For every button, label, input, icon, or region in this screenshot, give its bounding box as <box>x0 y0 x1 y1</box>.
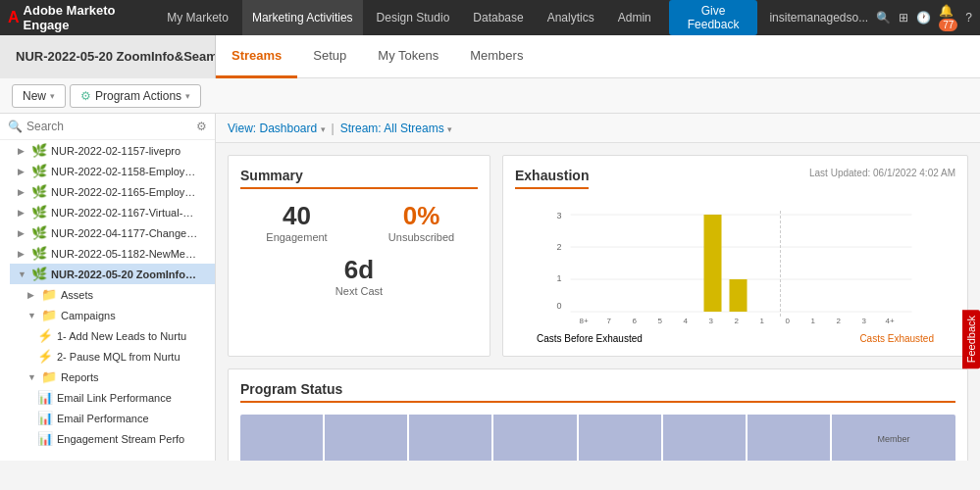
sidebar-item-engagement-stream[interactable]: 📊 Engagement Stream Perfo <box>29 428 215 449</box>
sidebar-item-nur-1165[interactable]: ▶ 🌿 NUR-2022-02-1165-Employee-Se <box>10 181 215 202</box>
status-segment-0 <box>240 415 323 461</box>
svg-rect-13 <box>704 215 722 312</box>
status-segment-4 <box>579 415 661 461</box>
exhaustion-card: Exhaustion Last Updated: 06/1/2022 4:02 … <box>502 155 968 357</box>
sidebar-item-nur-livepro[interactable]: ▶ 🌿 NUR-2022-02-1157-livepro <box>10 140 215 161</box>
tab-my-tokens[interactable]: My Tokens <box>362 35 454 78</box>
breadcrumb-stream[interactable]: Stream: All Streams ▾ <box>340 122 452 135</box>
exhaustion-header: Exhaustion Last Updated: 06/1/2022 4:02 … <box>515 168 955 197</box>
next-cast-value: 6d <box>240 255 478 285</box>
sidebar-item-nur-zoominfo[interactable]: ▼ 🌿 NUR-2022-05-20 ZoomInfo&Sea <box>10 264 215 284</box>
last-updated: Last Updated: 06/1/2022 4:02 AM <box>809 168 955 178</box>
program-status-title: Program Status <box>240 381 955 403</box>
search-input[interactable] <box>26 120 192 133</box>
main-layout: 🔍 ⚙ ▶ 🌿 NUR-2022-02-1157-livepro ▶ 🌿 NUR… <box>0 114 980 461</box>
content-area: View: Dashboard ▾ | Stream: All Streams … <box>216 114 980 461</box>
sidebar: 🔍 ⚙ ▶ 🌿 NUR-2022-02-1157-livepro ▶ 🌿 NUR… <box>0 114 216 461</box>
exhaustion-title: Exhaustion <box>515 168 589 189</box>
give-feedback-button[interactable]: Give Feedback <box>669 0 758 35</box>
dashboard-content: Summary 40 Engagement 0% Unsubscribed 6d… <box>216 143 980 461</box>
sidebar-item-campaign-1[interactable]: ⚡ 1- Add New Leads to Nurtu <box>29 325 215 346</box>
svg-text:0: 0 <box>786 317 791 325</box>
sidebar-item-label: Campaigns <box>61 310 116 321</box>
status-bar-container: Member <box>240 415 955 461</box>
sidebar-item-label: NUR-2022-02-1167-Virtual-Empl <box>51 207 198 219</box>
tab-streams[interactable]: Streams <box>216 35 297 78</box>
sidebar-item-nur-1167[interactable]: ▶ 🌿 NUR-2022-02-1167-Virtual-Empl <box>10 202 215 222</box>
breadcrumb-bar: View: Dashboard ▾ | Stream: All Streams … <box>216 114 980 143</box>
notif-badge: 77 <box>939 19 957 31</box>
casts-exhausted-label: Casts Exhausted <box>859 333 934 344</box>
top-nav: A Adobe Marketo Engage My Marketo Market… <box>0 0 980 35</box>
x-axis-label: Casts Before Exhausted <box>537 333 643 344</box>
top-nav-right: insitemanagedso... 🔍 ⊞ 🕐 🔔77 ? <box>769 4 972 31</box>
sidebar-item-label: Assets <box>61 289 93 301</box>
search-icon[interactable]: 🔍 <box>876 11 891 24</box>
nav-item-marketing-activities[interactable]: Marketing Activities <box>242 0 363 35</box>
program-title-tab: NUR-2022-05-20 ZoomInfo&SeamlessAi <box>0 35 216 78</box>
svg-text:8+: 8+ <box>580 317 589 325</box>
sidebar-item-email-link[interactable]: 📊 Email Link Performance <box>29 387 215 408</box>
sidebar-item-assets[interactable]: ▶ 📁 Assets <box>20 284 215 305</box>
svg-text:5: 5 <box>658 317 663 325</box>
status-segment-2 <box>409 415 491 461</box>
chart-footer: Casts Before Exhausted Casts Exhausted <box>515 333 955 344</box>
program-actions-label: Program Actions <box>95 89 181 103</box>
engagement-value: 40 <box>240 201 353 231</box>
sidebar-item-campaigns[interactable]: ▼ 📁 Campaigns <box>20 305 215 325</box>
sidebar-item-label: Email Link Performance <box>57 392 172 404</box>
filter-icon[interactable]: ⚙ <box>196 120 207 133</box>
sidebar-item-nur-1158[interactable]: ▶ 🌿 NUR-2022-02-1158-Employee-Se <box>10 161 215 181</box>
new-button-label: New <box>23 89 46 103</box>
svg-text:0: 0 <box>557 301 562 311</box>
next-cast-label: Next Cast <box>240 285 478 297</box>
notifications-icon[interactable]: 🔔77 <box>939 4 957 31</box>
nav-item-analytics[interactable]: Analytics <box>538 0 604 35</box>
breadcrumb-view-label: View: Dashboard <box>228 122 317 135</box>
sidebar-item-label: Reports <box>61 371 99 383</box>
svg-text:2: 2 <box>735 317 740 325</box>
next-cast-stat: 6d Next Cast <box>240 255 478 297</box>
svg-rect-14 <box>730 279 748 312</box>
tab-setup[interactable]: Setup <box>297 35 362 78</box>
svg-text:4+: 4+ <box>886 317 895 325</box>
brand-logo: A Adobe Marketo Engage <box>8 3 145 32</box>
new-button[interactable]: New ▾ <box>12 84 66 108</box>
sidebar-search-bar: 🔍 ⚙ <box>0 114 215 140</box>
unsubscribed-value: 0% <box>365 201 478 231</box>
secondary-tabs: NUR-2022-05-20 ZoomInfo&SeamlessAi Strea… <box>0 35 980 78</box>
sidebar-item-label: NUR-2022-02-1157-livepro <box>51 145 181 157</box>
nav-item-mymarketo[interactable]: My Marketo <box>157 0 238 35</box>
tab-members[interactable]: Members <box>454 35 539 78</box>
apps-icon[interactable]: ⊞ <box>899 11 908 24</box>
sidebar-item-label: NUR-2022-05-20 ZoomInfo&Sea <box>51 269 198 280</box>
sidebar-item-label: Engagement Stream Perfo <box>57 433 184 445</box>
user-label: insitemanagedso... <box>769 11 868 24</box>
program-actions-button[interactable]: ⚙ Program Actions ▾ <box>70 84 201 108</box>
svg-text:3: 3 <box>862 317 867 325</box>
unsubscribed-stat: 0% Unsubscribed <box>365 201 478 243</box>
help-icon[interactable]: ? <box>965 11 972 24</box>
engagement-label: Engagement <box>240 231 353 243</box>
nav-item-design-studio[interactable]: Design Studio <box>367 0 460 35</box>
sidebar-item-nur-1182[interactable]: ▶ 🌿 NUR-2022-05-1182-NewMemb <box>10 243 215 264</box>
svg-text:4: 4 <box>684 317 689 325</box>
clock-icon[interactable]: 🕐 <box>916 11 931 24</box>
right-edge-feedback[interactable]: Feedback <box>962 310 980 368</box>
svg-text:7: 7 <box>607 317 612 325</box>
sidebar-item-campaign-2[interactable]: ⚡ 2- Pause MQL from Nurtu <box>29 346 215 367</box>
summary-grid: 40 Engagement 0% Unsubscribed <box>240 201 478 243</box>
status-segment-member: Member <box>832 415 955 461</box>
sidebar-item-email-perf[interactable]: 📊 Email Performance <box>29 408 215 428</box>
nav-item-database[interactable]: Database <box>463 0 533 35</box>
sidebar-item-label: 1- Add New Leads to Nurtu <box>57 330 186 342</box>
exhaustion-bar-chart: 3 2 1 0 <box>515 201 955 328</box>
sidebar-item-reports[interactable]: ▼ 📁 Reports <box>20 367 215 387</box>
nav-item-admin[interactable]: Admin <box>608 0 661 35</box>
exhaustion-chart: 3 2 1 0 <box>515 201 955 344</box>
status-segment-5 <box>663 415 746 461</box>
svg-text:2: 2 <box>557 242 562 252</box>
breadcrumb-view[interactable]: View: Dashboard ▾ <box>228 122 326 135</box>
sidebar-item-label: NUR-2022-05-1182-NewMemb <box>51 248 198 260</box>
sidebar-item-nur-1177[interactable]: ▶ 🌿 NUR-2022-04-1177-Change-Man <box>10 222 215 243</box>
